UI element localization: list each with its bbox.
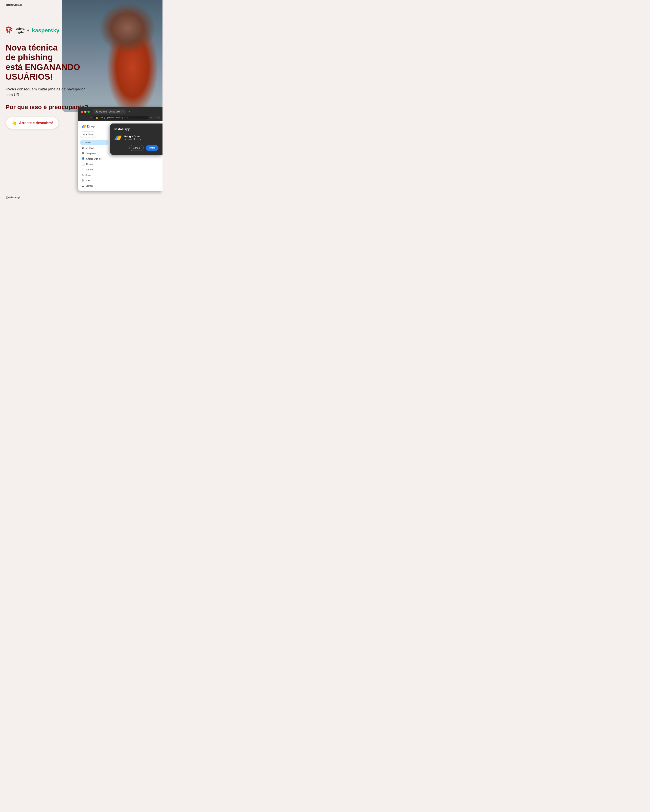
shared-icon: 👤 — [81, 157, 85, 160]
back-button[interactable]: ← — [81, 116, 84, 119]
url-domain: drive.google.com — [99, 116, 114, 119]
svg-point-3 — [6, 29, 8, 30]
minimize-button[interactable] — [84, 111, 86, 113]
kaspersky-logo: kaspersky — [32, 27, 60, 34]
sidebar-item-trash[interactable]: 🗑 Trash — [80, 178, 109, 183]
install-app-name: Google Drive — [124, 135, 141, 138]
question-text: Por que isso é preocupante? — [6, 104, 90, 111]
headline-line1: Nova técnica — [6, 43, 90, 52]
esfera-logo: esfera digital — [6, 26, 24, 35]
recent-icon: 🕐 — [81, 163, 85, 166]
new-plus-icon: + — [83, 133, 85, 136]
hand-icon: 👆 — [12, 120, 17, 125]
install-popup-title: Install app — [114, 128, 159, 131]
reload-button[interactable]: ↻ — [89, 116, 92, 119]
url-field[interactable]: 🔒 drive.google.com /drive/my-drive — [93, 116, 149, 119]
lock-icon: 🔒 — [96, 116, 98, 119]
esfera-name: esfera digital — [16, 27, 24, 34]
cta-label: Arraste e descubra! — [19, 121, 53, 125]
cancel-button[interactable]: Cancel — [129, 145, 144, 151]
browser-window: My drive - Google Drive ✕ + ← → ↻ 🔒 driv… — [78, 107, 162, 191]
sidebar-item-spam[interactable]: ⚠ Spam — [80, 172, 109, 178]
main-headline: Nova técnica de phishing está ENGANANDO … — [6, 43, 90, 82]
install-app-details: Google Drive drive.google.com — [124, 135, 141, 140]
maximize-button[interactable] — [87, 111, 90, 113]
website-url: esferadt.com.br — [6, 4, 22, 6]
close-button[interactable] — [81, 111, 83, 113]
logo-area: esfera digital + kaspersky — [6, 26, 90, 35]
new-label: + New — [86, 133, 93, 136]
svg-point-1 — [8, 26, 10, 28]
tab-close-icon[interactable]: ✕ — [122, 111, 123, 113]
storage-icon: ☁ — [81, 184, 84, 187]
install-app-popup: Install app Google Drive drive.google.co… — [110, 124, 162, 155]
install-pwa-icon[interactable]: ⊞ — [150, 116, 152, 119]
install-app-url: drive.google.com — [124, 138, 141, 140]
svg-point-5 — [9, 29, 11, 30]
install-drive-icon — [114, 134, 122, 141]
left-content-area: esfera digital + kaspersky Nova técnica … — [6, 10, 90, 129]
cta-button[interactable]: 👆 Arraste e descubra! — [6, 117, 59, 129]
plus-separator: + — [27, 28, 29, 33]
url-bold-part: esferadt — [6, 4, 14, 6]
bookmark-icon[interactable]: ☆ — [154, 116, 156, 119]
profile-icon[interactable]: ◯ — [157, 116, 160, 119]
starred-icon: ☆ — [81, 168, 84, 171]
drive-tab-icon — [95, 110, 98, 113]
new-button[interactable]: + + New — [80, 131, 96, 138]
social-handle: @esferadgt — [6, 196, 20, 199]
computers-icon: 🖥 — [81, 152, 84, 155]
browser-tab-active[interactable]: My drive - Google Drive ✕ — [93, 109, 125, 114]
computers-label: Computers — [86, 152, 96, 154]
headline-line2: de phishing — [6, 52, 90, 62]
sidebar-item-shared[interactable]: 👤 Shared with me — [80, 156, 109, 162]
svg-point-4 — [8, 28, 9, 30]
my-drive-icon: ▣ — [81, 147, 84, 150]
svg-point-10 — [7, 32, 8, 33]
sidebar-item-starred[interactable]: ☆ Starred — [80, 167, 109, 172]
home-label: Home — [85, 141, 90, 144]
svg-point-6 — [11, 27, 12, 29]
browser-titlebar: My drive - Google Drive ✕ + — [78, 107, 162, 114]
starred-label: Starred — [86, 168, 93, 171]
svg-point-8 — [8, 31, 10, 32]
spam-label: Spam — [86, 174, 91, 176]
spam-icon: ⚠ — [81, 173, 84, 176]
install-button[interactable]: Install — [146, 145, 159, 151]
address-bar: ← → ↻ 🔒 drive.google.com /drive/my-drive… — [78, 114, 162, 121]
sidebar-item-home[interactable]: ⌂ Home — [80, 140, 109, 145]
esfera-icon — [6, 26, 14, 35]
svg-point-11 — [9, 32, 10, 34]
drive-logo: Drive — [80, 123, 109, 130]
handle-bold: dgt — [16, 196, 20, 199]
trash-icon: 🗑 — [81, 179, 84, 182]
trash-label: Trash — [86, 179, 91, 182]
headline-line3: está ENGANANDO — [6, 63, 90, 72]
tab-title: My drive - Google Drive — [99, 111, 120, 113]
subtext: PWAs conseguem imitar janelas de navegad… — [6, 86, 90, 98]
sidebar-item-my-drive[interactable]: ▣ My Drive — [80, 145, 109, 151]
traffic-lights — [81, 111, 90, 113]
drive-logo-icon — [81, 125, 86, 128]
url-suffix: .com.br — [14, 4, 22, 6]
home-icon: ⌂ — [81, 141, 83, 144]
drive-logo-text: Drive — [87, 125, 95, 128]
install-app-info: Google Drive drive.google.com — [114, 134, 159, 141]
drive-sidebar: Drive + + New ⌂ Home ▣ My Drive 🖥 Comput… — [78, 121, 110, 191]
my-drive-label: My Drive — [86, 147, 94, 149]
new-tab-button[interactable]: + — [128, 110, 130, 113]
install-popup-buttons: Cancel Install — [114, 145, 159, 151]
recent-label: Recent — [86, 163, 93, 165]
headline-line4: USUÁRIOS! — [6, 72, 90, 82]
sidebar-item-storage[interactable]: ☁ Storage — [80, 183, 109, 188]
svg-point-7 — [6, 30, 8, 32]
url-path: /drive/my-drive — [115, 116, 128, 119]
svg-point-9 — [11, 30, 12, 31]
sidebar-item-recent[interactable]: 🕐 Recent — [80, 162, 109, 167]
storage-label: Storage — [86, 185, 93, 187]
handle-text: @esfera — [6, 196, 16, 199]
sidebar-item-computers[interactable]: 🖥 Computers — [80, 151, 109, 156]
forward-button[interactable]: → — [85, 116, 88, 119]
shared-label: Shared with me — [86, 157, 101, 160]
